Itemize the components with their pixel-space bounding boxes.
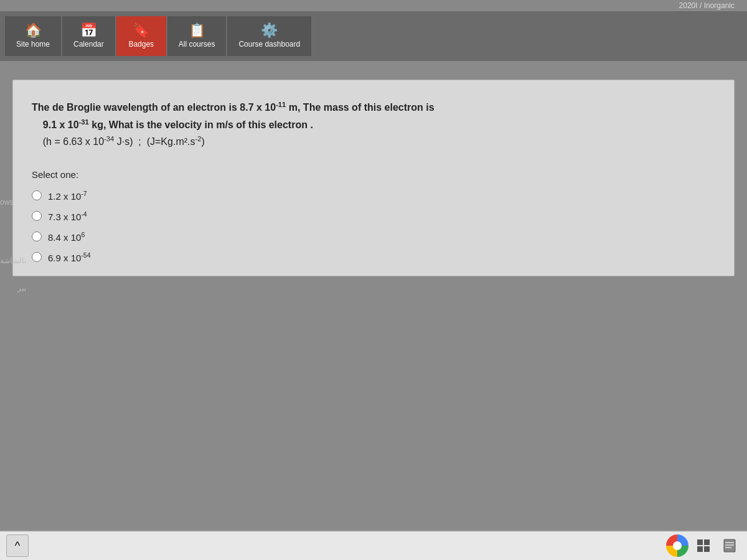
taskbar-right	[666, 534, 741, 557]
option-radio-4[interactable]	[32, 252, 42, 262]
option-label-1[interactable]: 1.2 x 10-7	[48, 190, 87, 202]
home-icon: 🏠	[25, 24, 42, 37]
question-line1: The de Broglie wavelength of an electron…	[32, 99, 715, 116]
svg-rect-2	[697, 546, 703, 552]
left-edge-text3: بير	[0, 284, 26, 292]
question-line3: (h = 6.63 x 10-34 J·s) ; (J=Kg.m².s-2)	[32, 133, 715, 151]
svg-rect-1	[704, 539, 710, 545]
grid-icon-button[interactable]	[692, 534, 715, 557]
nav-label-site-home: Site home	[16, 40, 50, 49]
taskbar-up-button[interactable]: ^	[6, 534, 29, 557]
option-item-1[interactable]: 1.2 x 10-7	[32, 190, 715, 202]
nav-item-site-home[interactable]: 🏠 Site home	[5, 16, 61, 56]
nav-item-calendar[interactable]: 📅 Calendar	[62, 16, 115, 56]
svg-rect-3	[704, 546, 710, 552]
all-courses-icon: 📋	[189, 24, 205, 37]
grid-icon	[697, 539, 710, 553]
question-card: The de Broglie wavelength of an electron…	[12, 80, 735, 276]
option-label-4[interactable]: 6.9 x 10-54	[48, 251, 91, 263]
nav-item-badges[interactable]: 🔖 Badges	[116, 16, 166, 56]
badges-icon: 🔖	[133, 24, 149, 37]
svg-rect-7	[725, 547, 731, 548]
svg-rect-0	[697, 539, 703, 545]
taskbar: ^	[0, 530, 747, 560]
up-arrow-icon: ^	[15, 539, 20, 553]
option-item-4[interactable]: 6.9 x 10-54	[32, 251, 715, 263]
question-text: The de Broglie wavelength of an electron…	[32, 99, 715, 151]
nav-label-course-dashboard: Course dashboard	[238, 40, 300, 49]
nav-item-course-dashboard[interactable]: ⚙️ Course dashboard	[227, 16, 311, 56]
option-radio-2[interactable]	[32, 211, 42, 221]
option-radio-3[interactable]	[32, 231, 42, 241]
svg-rect-6	[725, 544, 734, 546]
option-label-3[interactable]: 8.4 x 106	[48, 231, 85, 243]
calendar-icon: 📅	[80, 24, 97, 37]
top-header: 2020I / Inorganic	[0, 0, 747, 11]
question-line2: 9.1 x 10-31 kg, What is the velocity in …	[32, 116, 715, 134]
nav-label-all-courses: All courses	[179, 40, 215, 49]
main-content: ows بالشاشة بير The de Broglie wavelengt…	[0, 61, 747, 534]
nav-label-badges: Badges	[128, 40, 154, 49]
option-radio-1[interactable]	[32, 190, 42, 200]
file-manager-button[interactable]	[718, 534, 741, 557]
select-one-label: Select one:	[32, 169, 715, 180]
chrome-center	[673, 541, 682, 550]
options-list: 1.2 x 10-7 7.3 x 10-4 8.4 x 106	[32, 190, 715, 263]
nav-label-calendar: Calendar	[73, 40, 104, 49]
course-dashboard-icon: ⚙️	[261, 24, 278, 37]
option-item-3[interactable]: 8.4 x 106	[32, 231, 715, 243]
option-label-2[interactable]: 7.3 x 10-4	[48, 210, 87, 222]
chrome-icon-button[interactable]	[666, 534, 688, 557]
option-item-2[interactable]: 7.3 x 10-4	[32, 210, 715, 222]
nav-item-all-courses[interactable]: 📋 All courses	[167, 16, 227, 56]
header-right-text: 2020I / Inorganic	[679, 1, 735, 10]
svg-rect-5	[725, 542, 734, 543]
navigation-bar: 🏠 Site home 📅 Calendar 🔖 Badges 📋 All co…	[0, 11, 747, 61]
file-icon	[723, 539, 736, 553]
